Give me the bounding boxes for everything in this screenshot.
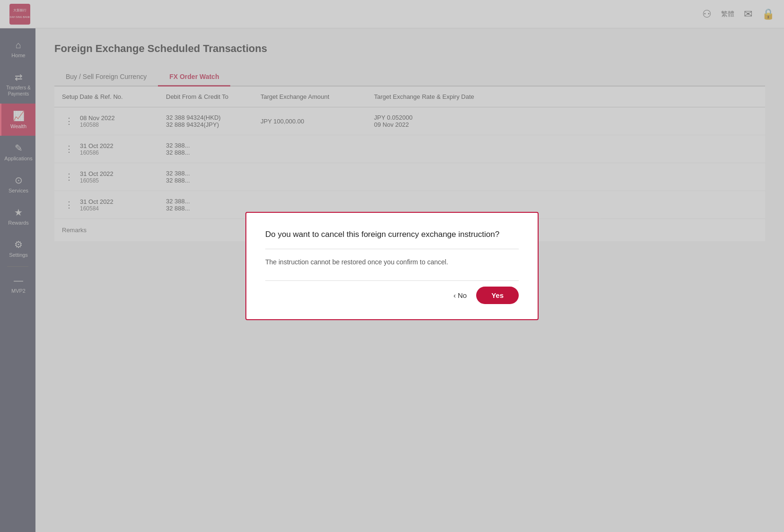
modal-overlay: Do you want to cancel this foreign curre… <box>0 0 784 532</box>
modal-yes-button[interactable]: Yes <box>476 287 519 304</box>
confirm-cancel-modal: Do you want to cancel this foreign curre… <box>245 212 539 320</box>
modal-title: Do you want to cancel this foreign curre… <box>265 230 519 239</box>
modal-footer: ‹ No Yes <box>265 280 519 304</box>
modal-no-button[interactable]: ‹ No <box>453 291 467 299</box>
no-label: No <box>458 291 467 299</box>
chevron-left-icon: ‹ <box>453 291 456 299</box>
modal-divider <box>265 249 519 249</box>
modal-body: The instruction cannot be restored once … <box>265 257 519 267</box>
